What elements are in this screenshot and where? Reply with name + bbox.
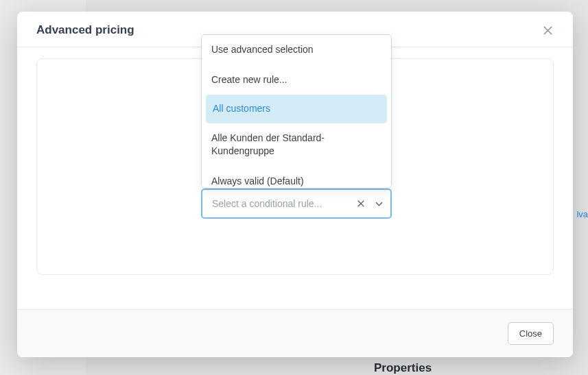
dropdown-item-standard-group[interactable]: Alle Kunden der Standard-Kundengruppe bbox=[202, 123, 391, 167]
pricing-card: Use advanced selection Create new rule..… bbox=[36, 58, 554, 275]
clear-icon[interactable] bbox=[356, 199, 366, 208]
modal-body: Use advanced selection Create new rule..… bbox=[17, 47, 573, 309]
advanced-pricing-modal: Advanced pricing Use advanced selection … bbox=[17, 12, 573, 357]
dropdown-item-all-customers[interactable]: All customers bbox=[206, 95, 387, 123]
dropdown-item-create-rule[interactable]: Create new rule... bbox=[202, 65, 391, 95]
close-button[interactable]: Close bbox=[508, 322, 554, 345]
modal-title: Advanced pricing bbox=[36, 23, 134, 37]
partial-link[interactable]: lva bbox=[576, 209, 588, 219]
dropdown-item-advanced-selection[interactable]: Use advanced selection bbox=[202, 35, 391, 65]
close-icon[interactable] bbox=[541, 24, 554, 36]
chevron-down-icon[interactable] bbox=[374, 199, 384, 208]
dropdown-item-always-valid[interactable]: Always valid (Default) bbox=[202, 167, 391, 189]
rule-select[interactable] bbox=[201, 189, 392, 219]
rule-select-input[interactable] bbox=[212, 198, 356, 209]
properties-heading: Properties bbox=[374, 361, 432, 375]
rule-dropdown[interactable]: Use advanced selection Create new rule..… bbox=[201, 34, 392, 189]
select-icons bbox=[356, 199, 384, 208]
modal-footer: Close bbox=[17, 309, 573, 357]
